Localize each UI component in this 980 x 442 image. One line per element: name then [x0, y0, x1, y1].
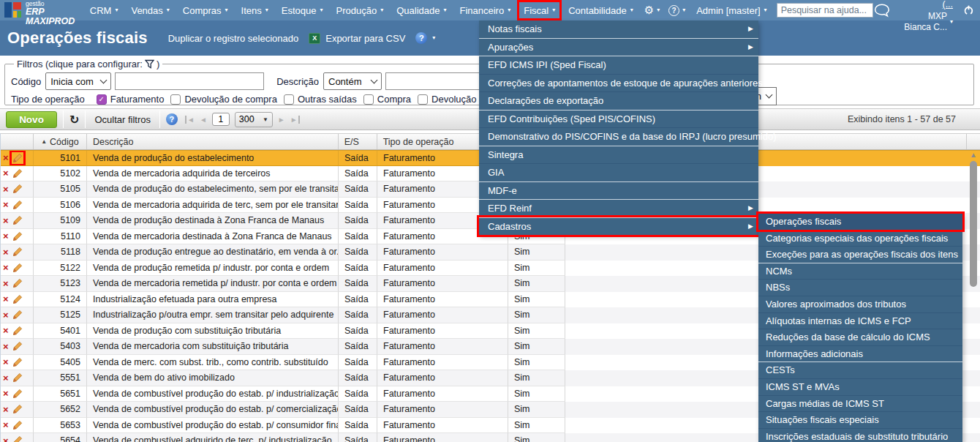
codigo-operator-select[interactable]: Inicia com	[45, 72, 111, 90]
delete-row-icon[interactable]: ×	[3, 326, 9, 335]
edit-row-icon[interactable]	[12, 388, 23, 400]
user-account-menu[interactable]: MXP Bianca C... ▾	[901, 11, 954, 33]
edit-row-icon[interactable]	[12, 403, 23, 415]
delete-row-icon[interactable]: ×	[3, 294, 9, 304]
cadastros-submenu-item[interactable]: Categorias especiais das operações fisca…	[758, 230, 962, 247]
cadastros-submenu-item[interactable]: Inscrições estaduais de substituto tribu…	[758, 428, 962, 442]
delete-row-icon[interactable]: ×	[3, 420, 9, 430]
delete-row-icon[interactable]: ×	[3, 342, 9, 351]
edit-row-icon[interactable]	[12, 356, 23, 368]
header-descricao[interactable]: Descrição	[87, 134, 339, 149]
header-codigo[interactable]: ▲ Código	[34, 134, 87, 149]
edit-row-icon[interactable]	[12, 277, 23, 289]
tipo-operacao-checkbox[interactable]: Compra	[363, 94, 411, 105]
scrollbar-up-icon[interactable]: ▲	[970, 151, 977, 159]
fiscal-menu-item[interactable]: GIA ▶	[479, 163, 758, 181]
delete-row-icon[interactable]: ×	[3, 389, 9, 398]
help-menu[interactable]: ? ▾	[666, 5, 688, 16]
cadastros-submenu-item[interactable]: CESTs	[758, 362, 962, 378]
cadastros-submenu-item[interactable]: Operações fiscais	[758, 214, 962, 230]
delete-row-icon[interactable]: ×	[3, 231, 9, 241]
chat-bubble-icon[interactable]	[873, 1, 891, 20]
edit-row-icon[interactable]	[12, 419, 23, 431]
cadastros-submenu-item[interactable]: Exceções para as operações fiscais dos i…	[758, 246, 962, 263]
edit-row-icon[interactable]	[12, 152, 23, 164]
cadastros-submenu-item[interactable]: Informações adicionais	[758, 345, 962, 362]
cadastros-submenu-item[interactable]: Cargas médias de ICMS ST	[758, 395, 962, 412]
vertical-scrollbar-thumb[interactable]	[970, 161, 977, 287]
fiscal-menu-item[interactable]: Correções de apontamentos de estoque de …	[479, 74, 758, 92]
help-search-input[interactable]	[777, 3, 873, 18]
delete-row-icon[interactable]: ×	[3, 184, 9, 194]
fiscal-menu-item[interactable]: EFD ICMS IPI (Sped Fiscal) ▶	[479, 56, 758, 74]
hide-filters-button[interactable]: Ocultar filtros	[91, 114, 154, 125]
cadastros-submenu-item[interactable]: Alíquotas internas de ICMS e FCP	[758, 312, 962, 329]
new-record-button[interactable]: Novo	[6, 111, 57, 128]
settings-menu[interactable]: ⚙ ▾	[641, 4, 663, 17]
edit-row-icon[interactable]	[12, 325, 23, 337]
edit-row-icon[interactable]	[12, 168, 23, 179]
descricao-operator-select[interactable]: Contém	[323, 72, 382, 90]
cadastros-submenu-item[interactable]: NBSs	[758, 279, 962, 296]
edit-row-icon[interactable]	[12, 231, 23, 242]
header-es[interactable]: E/S	[339, 134, 377, 149]
navbar-menu[interactable]: Compras ▾	[178, 2, 233, 18]
navbar-menu[interactable]: Contabilidade ▾	[564, 2, 638, 18]
refresh-icon[interactable]: ↻	[69, 113, 79, 127]
cadastros-submenu-item[interactable]: NCMs	[758, 263, 962, 280]
cadastros-submenu-item[interactable]: ICMS ST e MVAs	[758, 378, 962, 395]
navbar-menu[interactable]: Fiscal ▾	[519, 2, 559, 18]
cadastros-submenu-item[interactable]: Valores aproximados dos tributos	[758, 296, 962, 312]
toolbar-help-icon[interactable]: ?	[166, 113, 178, 125]
navbar-menu[interactable]: Produção ▾	[332, 2, 388, 18]
delete-row-icon[interactable]: ×	[3, 373, 9, 383]
edit-row-icon[interactable]	[12, 262, 23, 274]
edit-row-icon[interactable]	[12, 199, 23, 211]
fiscal-menu-item[interactable]: Notas fiscais ▶	[479, 20, 758, 38]
edit-row-icon[interactable]	[12, 435, 23, 442]
delete-row-icon[interactable]: ×	[3, 168, 9, 178]
next-page-button[interactable]: ►	[278, 116, 285, 124]
fiscal-menu-item[interactable]: EFD Contribuições (Sped PIS/COFINS) ▶	[479, 110, 758, 128]
last-page-button[interactable]: ►	[290, 116, 300, 124]
fiscal-menu-item[interactable]: Sintegra ▶	[479, 146, 758, 164]
tipo-operacao-checkbox[interactable]: Outras saídas	[284, 94, 357, 105]
delete-row-icon[interactable]: ×	[3, 279, 9, 288]
navbar-menu[interactable]: Estoque ▾	[277, 2, 328, 18]
edit-row-icon[interactable]	[12, 372, 23, 383]
codigo-filter-input[interactable]	[115, 72, 264, 90]
admin-menu[interactable]: Admin [master] ▾	[692, 2, 771, 18]
delete-row-icon[interactable]: ×	[3, 247, 9, 257]
navbar-menu[interactable]: Itens ▾	[237, 2, 273, 18]
edit-row-icon[interactable]	[12, 183, 23, 195]
export-csv-button[interactable]: X Exportar para CSV	[309, 33, 405, 44]
page-number-input[interactable]: 1	[212, 113, 230, 126]
page-size-select[interactable]: 300 ▼	[235, 112, 273, 127]
edit-row-icon[interactable]	[12, 340, 23, 352]
power-icon[interactable]	[963, 3, 974, 18]
tipo-operacao-checkbox[interactable]: Faturamento	[97, 94, 165, 105]
fiscal-menu-item[interactable]: EFD Reinf ▶	[479, 199, 758, 217]
delete-row-icon[interactable]: ×	[3, 310, 9, 320]
delete-row-icon[interactable]: ×	[3, 405, 9, 414]
delete-row-icon[interactable]: ×	[3, 200, 9, 209]
navbar-menu[interactable]: Financeiro ▾	[455, 2, 515, 18]
cadastros-submenu-item[interactable]: Situações fiscais especiais	[758, 411, 962, 428]
delete-row-icon[interactable]: ×	[3, 436, 9, 442]
filters-legend[interactable]: Filtros (clique para configurar: )	[14, 59, 162, 70]
delete-row-icon[interactable]: ×	[3, 216, 9, 225]
delete-row-icon[interactable]: ×	[3, 153, 9, 162]
edit-row-icon[interactable]	[12, 246, 23, 258]
company-link[interactable]: Pãodelícia (...	[901, 0, 954, 11]
edit-row-icon[interactable]	[12, 214, 23, 226]
fiscal-menu-item[interactable]: Demonstrativo do PIS/COFINS e da base do…	[479, 127, 758, 146]
prev-page-button[interactable]: ◄	[200, 116, 207, 124]
cadastros-submenu-item[interactable]: Reduções da base de cálculo do ICMS	[758, 329, 962, 345]
navbar-menu[interactable]: Qualidade ▾	[392, 2, 451, 18]
delete-row-icon[interactable]: ×	[3, 357, 9, 367]
fiscal-menu-item[interactable]: Declarações de exportação ▶	[479, 91, 758, 110]
fiscal-menu-item[interactable]: MDF-e ▶	[479, 181, 758, 200]
first-page-button[interactable]: ◄	[185, 116, 195, 124]
tipo-operacao-checkbox[interactable]: Devolução de compra	[170, 94, 276, 105]
fiscal-menu-item[interactable]: Cadastros ▶	[479, 217, 758, 236]
